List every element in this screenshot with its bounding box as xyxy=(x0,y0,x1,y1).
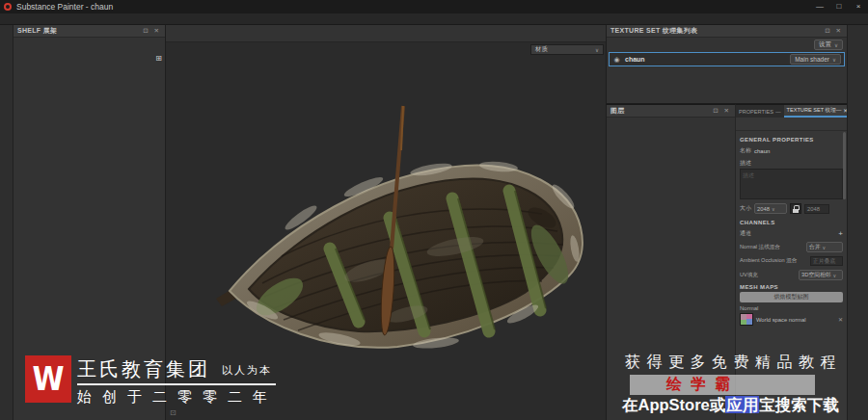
maximize-button[interactable]: □ xyxy=(829,0,849,13)
texture-set-name: chaun xyxy=(625,56,645,63)
tab-properties[interactable]: PROPERTIES — xyxy=(736,105,784,118)
normal-mixing-label: Normal 法线混合 xyxy=(740,244,780,251)
visibility-eye-icon[interactable]: ◉ xyxy=(612,55,621,64)
shelf-toolbar xyxy=(14,38,165,52)
name-label: 名称 xyxy=(740,146,751,155)
properties-tabs: PROPERTIES — TEXTURE SET 纹理— ✕ xyxy=(736,105,847,118)
watermark-left-title: 王氏教育集团以人为本 xyxy=(77,356,272,382)
normal-map-thumbnail xyxy=(740,313,753,326)
watermark-left-tagline: 以人为本 xyxy=(222,364,272,376)
tab-texture-set-label: TEXTURE SET 纹理— xyxy=(787,107,842,115)
tab-texture-set-settings[interactable]: TEXTURE SET 纹理— ✕ xyxy=(784,105,851,118)
channels-header: CHANNELS xyxy=(740,220,843,225)
ao-mixing-label: Ambient Occlusion 混合 xyxy=(740,257,797,265)
channels-label: 通道 xyxy=(740,229,751,238)
shelf-category-list xyxy=(14,52,85,54)
normal-section-label: Normal xyxy=(740,305,843,311)
tool-strip xyxy=(0,25,14,420)
texture-set-toolbar: 设置∨ xyxy=(607,38,847,52)
close-button[interactable]: × xyxy=(849,0,868,13)
description-label: 描述 xyxy=(740,159,751,168)
shader-value: Main shader xyxy=(795,56,829,63)
shelf-title: SHELF 展架 xyxy=(17,26,57,36)
size-value: 2048 xyxy=(757,206,770,212)
menu-bar xyxy=(0,13,868,25)
mesh-map-name: World space normal xyxy=(756,317,805,323)
properties-mode-icons xyxy=(736,118,847,131)
settings-label: 设置 xyxy=(819,40,831,49)
tab-properties-label: PROPERTIES xyxy=(739,109,773,115)
normal-mixing-dropdown[interactable]: 合并∨ xyxy=(806,242,843,252)
texture-set-list-panel: TEXTURE SET 纹理集列表 ⊡ ✕ 设置∨ ◉ chaun Main s… xyxy=(606,25,847,104)
uv-padding-value: 3D空间相邻 xyxy=(801,271,831,279)
watermark-brand-bar: 绘学霸 xyxy=(630,375,815,395)
watermark-divider xyxy=(77,383,276,385)
shader-dropdown[interactable]: Main shader∨ xyxy=(790,54,841,65)
shelf-window-icons[interactable]: ⊡ ✕ xyxy=(143,27,161,35)
remove-mesh-map-icon[interactable]: ✕ xyxy=(838,316,843,323)
add-channel-button[interactable]: + xyxy=(838,229,843,238)
grid-view-icon[interactable]: ⊞ xyxy=(155,54,162,63)
layers-toolbar xyxy=(607,118,735,133)
substance-painter-window: Substance Painter - chaun — □ × SHELF 展架… xyxy=(0,0,868,420)
watermark-brand: 绘学霸 xyxy=(630,375,739,395)
general-properties-header: GENERAL PROPERTIES xyxy=(740,137,843,143)
watermark-right-line2: 在AppStore或应用宝搜索下载 xyxy=(622,395,839,416)
size-dropdown[interactable]: 2048∨ xyxy=(754,203,787,214)
shelf-header: SHELF 展架 ⊡ ✕ xyxy=(14,25,165,38)
settings-dropdown[interactable]: 设置∨ xyxy=(814,39,843,50)
texture-set-list-title: TEXTURE SET 纹理集列表 xyxy=(610,26,697,36)
layers-title: 图层 xyxy=(610,106,625,116)
name-value: chaun xyxy=(754,148,770,154)
watermark-logo: W xyxy=(25,355,71,403)
tab-float-icon[interactable]: — xyxy=(775,109,781,115)
uv-padding-label: UV填充 xyxy=(740,272,758,279)
watermark-right-line1: 获得更多免费精品教程 xyxy=(625,353,842,373)
layers-window-icons[interactable]: ⊡ ✕ xyxy=(713,107,731,115)
ao-mixing-field: 正片叠底 xyxy=(810,256,843,266)
uv-padding-dropdown[interactable]: 3D空间相邻∨ xyxy=(799,270,843,280)
watermark-left-line2: 始创于二零零二年 xyxy=(77,388,278,407)
shading-mode-dropdown[interactable]: 材质 ∨ xyxy=(530,44,604,55)
viewport-toolbar xyxy=(166,25,606,42)
lock-icon[interactable] xyxy=(790,203,801,214)
size-locked-field[interactable]: 2048 xyxy=(804,204,829,214)
bake-mesh-maps-button[interactable]: 烘焙模型贴图 xyxy=(740,292,843,302)
viewport-corner-icon[interactable]: ⊡ xyxy=(170,408,176,417)
title-bar: Substance Painter - chaun — □ × xyxy=(0,0,868,13)
right-dock-strip xyxy=(847,25,868,420)
watermark-store-highlight: 应用 xyxy=(725,396,759,413)
chevron-down-icon: ∨ xyxy=(595,47,599,53)
material-grid: ⊞ xyxy=(85,52,165,54)
properties-scrollbar[interactable] xyxy=(843,132,846,199)
normal-mixing-value: 合并 xyxy=(809,243,821,251)
description-field[interactable]: 描述 xyxy=(740,169,843,199)
minimize-button[interactable]: — xyxy=(810,0,829,13)
texture-set-row[interactable]: ◉ chaun Main shader∨ xyxy=(609,52,845,66)
shading-mode-value: 材质 xyxy=(535,45,548,54)
app-logo-icon xyxy=(4,3,12,11)
mesh-maps-header: MESH MAPS xyxy=(740,284,843,290)
size-label: 大小 xyxy=(740,204,751,213)
texture-set-window-icons[interactable]: ⊡ ✕ xyxy=(825,27,843,35)
mesh-map-row[interactable]: World space normal ✕ xyxy=(740,313,843,326)
window-title: Substance Painter - chaun xyxy=(16,2,113,12)
